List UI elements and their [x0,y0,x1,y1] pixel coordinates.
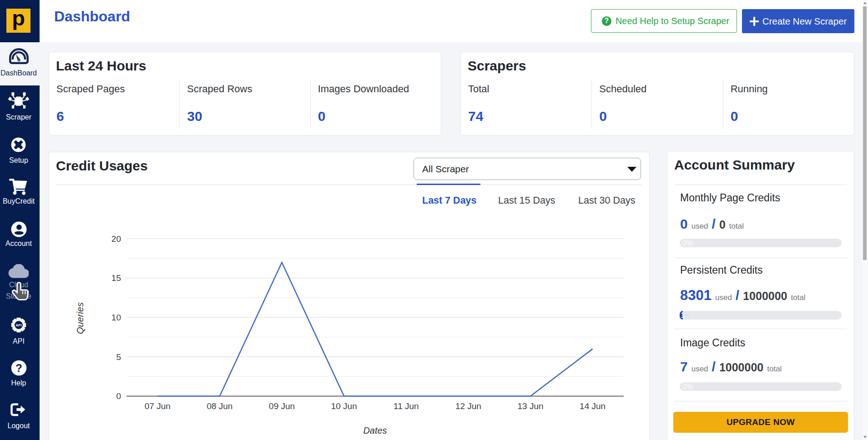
svg-text:?: ? [15,362,22,374]
svg-text:API: API [15,323,21,327]
svg-text:Queries: Queries [75,302,85,334]
svg-text:09 Jun: 09 Jun [269,401,295,411]
svg-text:5: 5 [116,352,121,362]
svg-text:Dates: Dates [363,425,387,435]
svg-text:20: 20 [111,234,121,244]
svg-text:10 Jun: 10 Jun [331,401,357,411]
svg-text:13 Jun: 13 Jun [517,401,543,411]
svg-text:07 Jun: 07 Jun [145,401,171,411]
svg-text:15: 15 [111,273,121,283]
svg-text:14 Jun: 14 Jun [580,401,606,411]
svg-text:12 Jun: 12 Jun [455,401,481,411]
svg-text:11 Jun: 11 Jun [394,401,419,411]
svg-text:08 Jun: 08 Jun [207,401,232,411]
svg-text:0: 0 [116,391,121,401]
svg-text:10: 10 [111,313,121,322]
